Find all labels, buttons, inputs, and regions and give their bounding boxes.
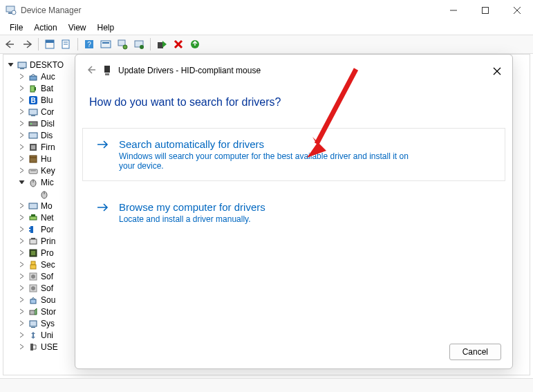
chevron-icon[interactable]: [17, 320, 26, 326]
chevron-icon[interactable]: [17, 73, 26, 80]
scan-hardware-icon[interactable]: [187, 37, 203, 52]
tree-label: Disl: [41, 119, 55, 129]
device-category-icon: [28, 271, 39, 282]
device-category-icon: [28, 295, 39, 306]
svg-rect-68: [105, 73, 109, 75]
toolbar: ?: [0, 35, 533, 54]
tree-label: Sec: [41, 260, 55, 270]
tree-label: Sys: [41, 319, 55, 328]
svg-rect-8: [46, 40, 54, 43]
chevron-icon[interactable]: [17, 132, 26, 138]
minimize-button[interactable]: [438, 0, 469, 21]
chevron-icon[interactable]: [17, 167, 26, 174]
svg-rect-60: [30, 299, 36, 304]
show-all-icon[interactable]: [42, 37, 57, 52]
maximize-button[interactable]: [469, 0, 501, 21]
device-category-icon: [28, 236, 39, 247]
option-browse-computer[interactable]: Browse my computer for drivers Locate an…: [82, 191, 505, 234]
device-category-icon: [39, 189, 50, 200]
chevron-icon[interactable]: [17, 308, 26, 315]
chevron-icon[interactable]: [17, 332, 26, 338]
chevron-icon[interactable]: [17, 179, 26, 185]
window-title: Device Manager: [21, 6, 81, 15]
option-search-automatically[interactable]: Search automatically for drivers Windows…: [82, 128, 505, 181]
device-category-icon: [28, 318, 39, 329]
title-icon: [6, 5, 17, 16]
tree-label: Dis: [41, 131, 53, 140]
chevron-icon[interactable]: [6, 62, 15, 68]
close-dialog-button[interactable]: [489, 63, 505, 80]
chevron-icon[interactable]: [17, 85, 26, 91]
svg-point-17: [123, 45, 127, 49]
device-icon[interactable]: [115, 37, 130, 52]
chevron-icon[interactable]: [17, 261, 26, 268]
device-category-icon: [28, 212, 39, 223]
device-category-icon: [28, 142, 39, 153]
svg-rect-49: [29, 230, 30, 232]
scan-icon[interactable]: [98, 37, 113, 52]
tree-label: Pro: [41, 248, 54, 258]
chevron-icon[interactable]: [17, 203, 26, 209]
chevron-icon[interactable]: [17, 238, 26, 244]
enable-icon[interactable]: [154, 37, 169, 52]
option2-desc: Locate and install a driver manually.: [119, 214, 265, 224]
tree-label: Por: [41, 225, 54, 234]
arrow-right-icon: [97, 138, 111, 152]
menu-help[interactable]: Help: [92, 21, 120, 34]
chevron-icon[interactable]: [17, 97, 26, 103]
uninstall-icon[interactable]: [171, 37, 186, 52]
chevron-icon[interactable]: [17, 250, 26, 256]
chevron-icon[interactable]: [17, 214, 26, 221]
svg-rect-67: [104, 66, 110, 73]
svg-point-19: [140, 45, 144, 49]
svg-rect-16: [118, 40, 125, 46]
chevron-icon[interactable]: [17, 226, 26, 232]
chevron-icon[interactable]: [17, 344, 26, 350]
svg-rect-48: [29, 227, 30, 229]
svg-rect-31: [29, 122, 37, 126]
svg-rect-44: [29, 203, 37, 209]
properties-icon[interactable]: [59, 37, 74, 52]
device-category-icon: [28, 153, 39, 165]
device-category-icon: [28, 83, 39, 94]
update-driver-icon[interactable]: [131, 37, 147, 52]
dialog-back-button[interactable]: [85, 64, 96, 77]
svg-rect-45: [30, 216, 37, 220]
cancel-button[interactable]: Cancel: [449, 344, 501, 360]
svg-rect-29: [29, 109, 37, 115]
tree-label: Sof: [41, 272, 53, 281]
tree-label: Auc: [41, 72, 55, 82]
dialog-title: Update Drivers - HID-compliant mouse: [118, 66, 261, 75]
svg-rect-63: [31, 327, 35, 328]
tree-label: Cor: [41, 107, 54, 117]
svg-rect-62: [30, 321, 37, 326]
chevron-icon[interactable]: [17, 120, 26, 127]
chevron-icon[interactable]: [17, 297, 26, 303]
close-window-button[interactable]: [501, 0, 533, 21]
menu-file[interactable]: File: [4, 21, 28, 34]
svg-point-59: [31, 286, 35, 290]
option2-title: Browse my computer for drivers: [119, 201, 265, 213]
device-category-icon: [28, 248, 39, 259]
tree-label: Firn: [41, 142, 55, 152]
forward-button[interactable]: [19, 37, 35, 52]
back-button[interactable]: [3, 37, 18, 52]
chevron-icon[interactable]: [17, 109, 26, 115]
svg-text:B: B: [30, 97, 35, 104]
chevron-icon[interactable]: [17, 156, 26, 162]
chevron-icon[interactable]: [17, 144, 26, 150]
update-drivers-dialog: Update Drivers - HID-compliant mouse How…: [75, 54, 513, 369]
svg-rect-14: [101, 41, 111, 48]
status-bar: [0, 378, 533, 392]
tree-label: Key: [41, 166, 55, 176]
menu-action[interactable]: Action: [28, 21, 62, 34]
chevron-icon[interactable]: [17, 273, 26, 279]
arrow-right-icon: [97, 201, 111, 215]
menu-view[interactable]: View: [63, 21, 92, 34]
menu-bar: File Action View Help: [0, 21, 533, 35]
tree-label: Hu: [41, 154, 51, 164]
option1-desc: Windows will search your computer for th…: [119, 151, 409, 171]
help-icon[interactable]: ?: [82, 37, 97, 52]
svg-point-57: [31, 274, 35, 279]
chevron-icon[interactable]: [17, 285, 26, 291]
